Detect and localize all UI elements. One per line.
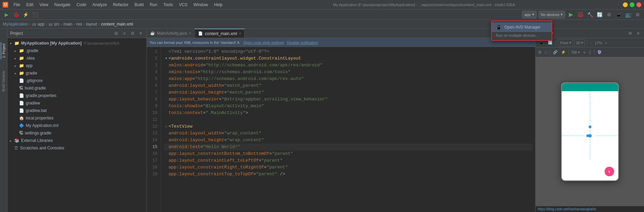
run-button[interactable]: ▶ bbox=[3, 11, 10, 18]
line-number: 15 bbox=[147, 144, 159, 150]
breadcrumb-layout[interactable]: layout bbox=[86, 22, 97, 27]
settings-button[interactable]: ⚙ bbox=[634, 11, 641, 18]
menu-item-refactor[interactable]: Refactor bbox=[110, 2, 131, 8]
tree-item[interactable]: ▸📁gradle bbox=[7, 69, 146, 77]
stop-button[interactable]: ⬛ bbox=[31, 11, 39, 18]
zoom-in-btn[interactable]: + bbox=[604, 39, 608, 47]
breadcrumb-src[interactable]: src bbox=[54, 22, 59, 27]
close-panel-button[interactable]: ✕ bbox=[138, 30, 144, 36]
tree-item[interactable]: ▾📁MyApplication [My Application]F:\java\… bbox=[7, 39, 146, 47]
preview-settings-button[interactable]: ⚙ bbox=[627, 30, 633, 36]
tree-item[interactable]: ▸📁.idea bbox=[7, 54, 146, 62]
line-number: 19 bbox=[147, 171, 159, 178]
menu-item-window[interactable]: Window bbox=[191, 2, 211, 8]
preview-close-button[interactable]: ✕ bbox=[635, 30, 641, 36]
menu-item-code[interactable]: Code bbox=[74, 2, 89, 8]
menu-item-vcs[interactable]: VCS bbox=[176, 2, 190, 8]
tree-item[interactable]: 🗒Scratches and Consoles bbox=[7, 144, 146, 152]
tree-item[interactable]: 📄gradle.properties bbox=[7, 92, 146, 99]
sdk-button[interactable]: 📱 bbox=[615, 11, 622, 18]
notification-text: You can format your XML resources in the… bbox=[150, 40, 241, 45]
code-content[interactable]: <?xml version="1.0" encoding="utf-8"?>●<… bbox=[161, 47, 535, 212]
tree-item[interactable]: ▸📚External Libraries bbox=[7, 137, 146, 144]
menu-item-build[interactable]: Build bbox=[132, 2, 146, 8]
device-dropdown[interactable]: No devices ▾ bbox=[539, 11, 565, 18]
breadcrumb-res[interactable]: res bbox=[76, 22, 82, 27]
menu-item-analyze[interactable]: Analyze bbox=[90, 2, 110, 8]
expand-all-button[interactable]: ⊞ bbox=[113, 30, 119, 36]
tree-file-icon: 📚 bbox=[14, 138, 19, 143]
line-number: 2 bbox=[147, 55, 159, 62]
blueprint-btn[interactable]: □ bbox=[543, 49, 549, 56]
margin-btn[interactable]: 0dp ▾ bbox=[570, 49, 581, 56]
tab-close-button[interactable]: × bbox=[239, 32, 241, 35]
editor-tab-mainactivity-java[interactable]: ☕MainActivity.java× bbox=[147, 29, 195, 38]
open-avd-manager-item[interactable]: 📱 Open AVD Manager bbox=[535, 29, 552, 32]
tree-item[interactable]: 📄.gitignore bbox=[7, 77, 146, 84]
avd-manager-dropdown: 📱 Open AVD Manager Run on multiple devic… bbox=[535, 29, 552, 41]
menu-item-view[interactable]: View bbox=[37, 2, 51, 8]
tree-item[interactable]: ▸📁.gradle bbox=[7, 47, 146, 54]
line-number: 9 bbox=[147, 103, 159, 110]
constraint-btn[interactable]: 🔗 bbox=[552, 49, 559, 56]
line-number: 16 bbox=[147, 150, 159, 157]
code-text: <androidx.constraintlayout.widget.Constr… bbox=[169, 55, 301, 62]
app-config-dropdown[interactable]: app ▾ bbox=[522, 11, 536, 18]
autoconn-btn[interactable]: ⚡ bbox=[560, 49, 567, 56]
minimize-button[interactable] bbox=[623, 2, 628, 7]
notification-link2[interactable]: Disable notification bbox=[287, 40, 318, 45]
app-logo: IJ bbox=[3, 2, 8, 7]
tree-item[interactable]: 🏗settings.gradle bbox=[7, 129, 146, 137]
menu-item-edit[interactable]: Edit bbox=[23, 2, 36, 8]
menu-item-tools[interactable]: Tools bbox=[161, 2, 176, 8]
infer-btn[interactable]: 🔮 bbox=[596, 49, 603, 56]
api-select-dropdown[interactable]: 30 ▾ bbox=[574, 39, 585, 47]
status-url-link[interactable]: https://blog.csdn.net/hanhanwanghaha bbox=[538, 207, 596, 211]
editor-area: ☕MainActivity.java×📄content_main.xml× Yo… bbox=[147, 29, 535, 212]
tab-close-button[interactable]: × bbox=[189, 31, 191, 35]
debug-button[interactable]: 🐞 bbox=[12, 11, 20, 18]
zoom-out-btn[interactable]: - bbox=[589, 39, 593, 47]
align-btn[interactable]: ≡ bbox=[582, 49, 587, 56]
debug-main-button[interactable]: 🐞 bbox=[577, 11, 584, 18]
guidelines-btn[interactable]: ┤ bbox=[588, 49, 593, 56]
tree-item[interactable]: ▸📁app bbox=[7, 62, 146, 69]
tree-item[interactable]: 📄gradlew.bat bbox=[7, 107, 146, 114]
code-line: tools:showIn="@layout/activity_main" bbox=[164, 103, 533, 110]
collapse-all-button[interactable]: ≡ bbox=[121, 30, 127, 36]
menu-item-run[interactable]: Run bbox=[147, 2, 160, 8]
tree-arrow-icon: ▾ bbox=[10, 42, 13, 45]
tree-item[interactable]: 📄gradlew bbox=[7, 99, 146, 107]
breadcrumb-myapp[interactable]: MyApplication bbox=[3, 22, 28, 27]
breadcrumb-sep6: › bbox=[98, 22, 100, 27]
maximize-button[interactable] bbox=[630, 2, 634, 7]
design-mode-btn[interactable]: ⊞ bbox=[537, 49, 543, 56]
avd-button[interactable]: 📺 bbox=[624, 11, 632, 18]
tree-item[interactable]: 🏗build.gradle bbox=[7, 84, 146, 92]
code-line: xmlns:android="http://schemas.android.co… bbox=[164, 62, 533, 69]
tree-item[interactable]: 🔷My Application.iml bbox=[7, 122, 146, 129]
build-button[interactable]: 🔨 bbox=[586, 11, 594, 18]
close-button[interactable] bbox=[637, 2, 641, 7]
left-vtab-build-variants[interactable]: Build Variants bbox=[1, 69, 6, 93]
tree-item[interactable]: 🏠local.properties bbox=[7, 114, 146, 122]
settings-gear-button[interactable]: ⚙ bbox=[129, 30, 136, 36]
menu-item-help[interactable]: Help bbox=[211, 2, 225, 8]
notification-link1[interactable]: Open code style settings bbox=[243, 40, 284, 45]
tree-file-icon: 📁 bbox=[19, 56, 24, 61]
left-vtab-1:-project[interactable]: 1: Project bbox=[1, 42, 6, 59]
gradle-button[interactable]: ⚙ bbox=[605, 11, 613, 18]
code-text: app:layout_constraintTop_toTopOf="parent… bbox=[169, 171, 285, 178]
menu-item-file[interactable]: File bbox=[11, 2, 23, 8]
tree-item-path: F:\java\javaproject\MyA bbox=[84, 42, 119, 45]
profile-button[interactable]: ⚡ bbox=[22, 11, 29, 18]
breadcrumb-main[interactable]: main bbox=[64, 22, 72, 27]
run-main-button[interactable]: ▶ bbox=[567, 11, 575, 18]
app-config-label: app bbox=[524, 13, 530, 17]
editor-tab-content_main-xml[interactable]: 📄content_main.xml× bbox=[195, 29, 245, 38]
breadcrumb-app[interactable]: app bbox=[38, 22, 45, 27]
sync-button[interactable]: 🔄 bbox=[596, 11, 603, 18]
menu-item-navigate[interactable]: Navigate bbox=[52, 2, 73, 8]
device-select-dropdown[interactable]: Pixel ▾ bbox=[558, 39, 573, 47]
gutter-icon bbox=[164, 130, 169, 137]
